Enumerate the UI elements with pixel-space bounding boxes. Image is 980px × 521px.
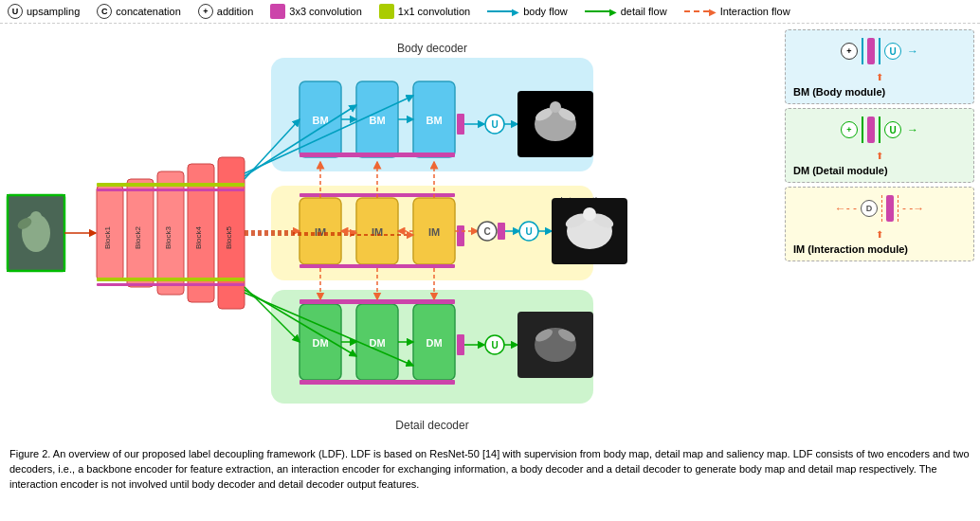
concat-strip: [498, 223, 505, 240]
dm-pink-strip: [299, 299, 455, 304]
dm-card: + U → ⬆ DM (Detail module): [785, 108, 974, 183]
saliency-head: [583, 207, 596, 221]
bm-pink-strip: [299, 153, 455, 157]
im-card: ←- - D - -→ ⬆ IM (Interaction module): [785, 187, 974, 261]
diagram-area: Body decoder Detail decoder Interaction …: [6, 29, 781, 440]
caption-text: Figure 2. An overview of our proposed la…: [9, 448, 970, 490]
im-vert-line: [881, 195, 882, 222]
legend-addition: + addition: [198, 4, 254, 19]
legend-upsampling: U upsampling: [8, 4, 80, 19]
bm-u-circle-panel: U: [884, 43, 901, 60]
legend-conv3x3: 3x3 convolution: [270, 4, 361, 19]
body-decoder-label: Body decoder: [397, 42, 467, 55]
dm-pink-bot-strip: [299, 380, 455, 385]
caption: Figure 2. An overview of our proposed la…: [0, 443, 980, 498]
detail-flow-arrow: ▶: [609, 7, 617, 17]
encoder-bot-strip2: [97, 283, 245, 286]
bm-card: + U → ⬆ BM (Body module): [785, 29, 974, 104]
concat-label: C: [483, 226, 490, 237]
interaction-flow-label: Interaction flow: [720, 6, 790, 17]
bm-right-arrow: →: [907, 45, 918, 58]
block2-label: Block2: [134, 225, 142, 249]
detail-decoder-label: Detail decoder: [395, 419, 468, 432]
legend-detail-flow: ▶ detail flow: [585, 6, 667, 17]
bm-output-strip: [457, 114, 464, 135]
encoder-top-strip2: [97, 189, 245, 191]
dm-u-circle-panel: U: [884, 121, 901, 138]
im2-label: IM: [372, 226, 383, 238]
legend-conv1x1: 1x1 convolution: [379, 4, 470, 19]
bm-line2: [879, 38, 880, 64]
dm-card-label: DM (Detail module): [793, 165, 888, 176]
right-panel: + U → ⬆ BM (Body module) + U → ⬆ DM (Det…: [785, 29, 974, 440]
block1-label: Block1: [103, 225, 112, 249]
bm-diagram: + U →: [841, 38, 918, 64]
dm-diagram: + U →: [841, 117, 918, 143]
block5-label: Block5: [225, 225, 233, 249]
legend-concatenation: C concatenation: [97, 4, 181, 19]
im-right-dashed-arrow: - -→: [902, 202, 924, 215]
body-flow-line: [487, 10, 512, 12]
dm3-label: DM: [426, 337, 442, 349]
dm-right-arrow: →: [907, 123, 918, 136]
detail-flow-line: [585, 10, 609, 12]
legend-bar: U upsampling C concatenation + addition …: [0, 0, 980, 24]
body-flow-label: body flow: [523, 6, 567, 17]
im-d-circle: D: [861, 200, 878, 217]
conv1x1-icon: [379, 4, 394, 19]
conv3x3-icon: [270, 4, 285, 19]
conv3x3-label: 3x3 convolution: [289, 6, 361, 17]
body-flow-arrow: ▶: [512, 7, 519, 17]
dm-output-strip: [457, 334, 464, 355]
bm-conv-rect: [867, 38, 875, 64]
im-card-label: IM (Interaction module): [793, 243, 908, 255]
upsampling-icon: U: [8, 4, 23, 19]
interaction-flow-arrow: ▶: [709, 7, 717, 17]
bm-card-label: BM (Body module): [793, 86, 885, 98]
bm-line: [862, 38, 863, 64]
im-diagram: ←- - D - -→: [835, 195, 925, 222]
dm-conv-rect: [867, 117, 875, 143]
addition-label: addition: [217, 6, 254, 17]
body-output-head: [550, 101, 561, 113]
im1-label: IM: [315, 226, 326, 238]
interaction-flow-line: [684, 10, 709, 12]
diagram-svg: Body decoder Detail decoder Interaction …: [6, 29, 764, 437]
addition-icon: +: [198, 4, 213, 19]
sal-u-label: U: [525, 226, 532, 237]
block4-label: Block4: [194, 225, 203, 249]
dm-plus-circle: +: [841, 121, 858, 138]
im-vert-line2: [898, 195, 898, 222]
concatenation-icon: C: [97, 4, 112, 19]
dm-line: [862, 117, 863, 143]
legend-body-flow: ▶ body flow: [487, 6, 567, 17]
conv1x1-label: 1x1 convolution: [398, 6, 470, 17]
dm-u-label: U: [491, 340, 498, 350]
block3-label: Block3: [164, 225, 172, 249]
im-output-strip: [457, 225, 464, 246]
bm3-label: BM: [426, 115, 442, 126]
detail-flow-label: detail flow: [621, 6, 667, 17]
encoder-top-strip1: [97, 183, 245, 187]
bm-plus-circle: +: [841, 43, 858, 60]
im-left-dashed-arrow: ←- -: [835, 202, 857, 215]
bird-head: [30, 211, 42, 223]
dm-line2: [879, 117, 880, 143]
im3-label: IM: [428, 226, 440, 238]
main-content: Body decoder Detail decoder Interaction …: [0, 24, 980, 443]
concatenation-label: concatenation: [116, 6, 181, 17]
bm-u-label: U: [491, 119, 498, 130]
upsampling-label: upsampling: [27, 6, 80, 17]
bm2-label: BM: [369, 115, 385, 126]
im-conv-rect: [886, 195, 894, 222]
legend-interaction-flow: ▶ Interaction flow: [684, 6, 790, 17]
encoder-bot-strip1: [97, 278, 245, 281]
im-pink-bot: [299, 264, 455, 268]
